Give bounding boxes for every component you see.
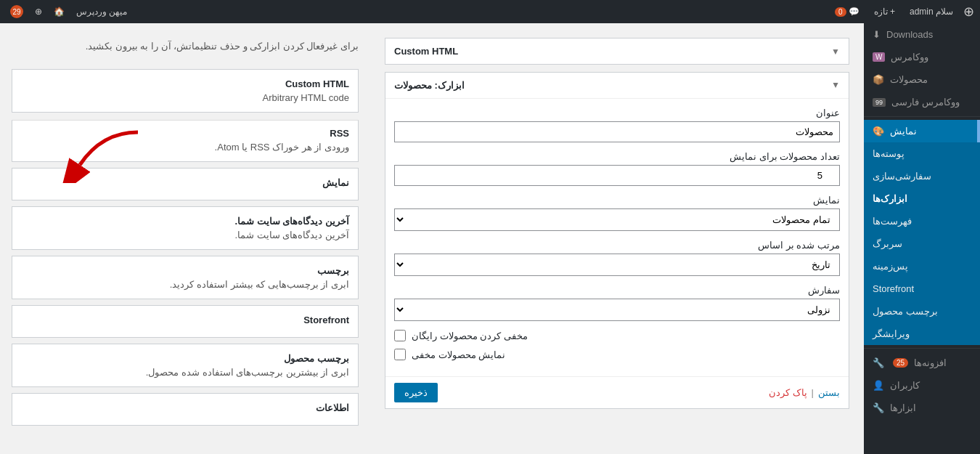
custom-html-collapse-arrow: ▼	[831, 46, 840, 57]
comments-button[interactable]: 💬 0	[830, 7, 864, 17]
customize-label: سفارشی‌سازی	[873, 171, 931, 182]
woo-fa-label: ووکامرس فارسی	[891, 97, 960, 108]
count-form-group: تعداد محصولات برای نمایش	[394, 151, 840, 186]
site-name[interactable]: سلام admin	[905, 7, 957, 17]
product-tag-desc: ابری از بیشترین برچسب‌های استفاده شده مح…	[21, 367, 349, 378]
users-label: کاربران	[890, 380, 920, 391]
sidebar-item-woocommerce[interactable]: ووکامرس W	[864, 46, 980, 68]
show-hidden-checkbox[interactable]	[394, 349, 406, 360]
order-select[interactable]: نزولی صعودی	[394, 299, 840, 321]
plugins-label: افزونه‌ها	[914, 357, 947, 368]
sidebar-item-appearance[interactable]: نمایش 🎨	[864, 120, 980, 142]
show-label: نمایش	[394, 195, 840, 206]
custom-html-header[interactable]: ▼ Custom HTML	[385, 38, 849, 64]
home-icon[interactable]: 🏠	[49, 7, 69, 17]
main-area: ▼ Custom HTML ▲ ابزارک: محصولات عنوان	[0, 23, 864, 454]
admin-bar-right: میهن وردپرس 🏠 ⊕ 29	[6, 5, 131, 18]
users-icon: 👤	[873, 380, 884, 391]
wp-logo-icon[interactable]: ⊕	[963, 4, 974, 20]
widget-edit-panel: ▼ Custom HTML ▲ ابزارک: محصولات عنوان	[370, 23, 864, 454]
appearance-label: نمایش	[890, 126, 917, 137]
plugins-icon: 🔧	[873, 357, 884, 368]
user-profile[interactable]: میهن وردپرس	[72, 7, 131, 17]
storefront-info-label: Storefront	[21, 315, 349, 325]
storefront-info: Storefront	[12, 305, 359, 338]
separator: |	[812, 387, 814, 398]
sidebar-item-tools[interactable]: ابزارها 🔧	[864, 397, 980, 419]
sidebar-item-users[interactable]: کاربران 👤	[864, 374, 980, 397]
right-info-panel: برای غیرفعال کردن ابزارکی و حذف تنظیماتش…	[0, 23, 370, 454]
sortby-select[interactable]: تاریخ قیمت امتیاز محبوبیت	[394, 254, 840, 276]
title-input[interactable]	[394, 121, 840, 142]
header-label: سربرگ	[873, 238, 902, 249]
products-widget-footer: بستن | پاک کردن ذخیره	[385, 376, 849, 408]
background-label: پس‌زمینه	[873, 261, 908, 272]
tag-cloud-label: برچسب	[21, 265, 349, 276]
downloads-label: Downloads	[886, 29, 933, 40]
delete-link[interactable]: پاک کردن	[769, 387, 807, 398]
title-label: عنوان	[394, 108, 840, 118]
woocommerce-label: ووکامرس	[891, 52, 928, 62]
sidebar-item-downloads[interactable]: Downloads ⬇	[864, 23, 980, 46]
show-hidden-group: نمایش محصولات مخفی	[394, 349, 840, 360]
custom-html-widget: ▼ Custom HTML	[385, 38, 849, 65]
order-form-group: سفارش نزولی صعودی	[394, 285, 840, 321]
save-button[interactable]: ذخیره	[394, 383, 438, 402]
sidebar-item-plugins[interactable]: افزونه‌ها 25 🔧	[864, 352, 980, 374]
show-hidden-label: نمایش محصولات مخفی	[412, 349, 505, 360]
appearance-icon: 🎨	[873, 126, 884, 137]
sortby-form-group: مرتب شده بر اساس تاریخ قیمت امتیاز محبوب…	[394, 240, 840, 276]
menus-label: فهرست‌ها	[873, 216, 912, 227]
hide-free-checkbox[interactable]	[394, 330, 406, 341]
tools-icon: 🔧	[873, 402, 884, 413]
sidebar: Downloads ⬇ ووکامرس W محصولات 📦 ووکامرس …	[864, 23, 980, 454]
sidebar-item-woo-fa[interactable]: ووکامرس فارسی 99	[864, 91, 980, 113]
page-wrapper: Downloads ⬇ ووکامرس W محصولات 📦 ووکامرس …	[0, 23, 980, 454]
woo-fa-icon: 99	[873, 98, 886, 107]
sidebar-item-background[interactable]: پس‌زمینه	[864, 255, 980, 277]
custom-html-info-desc: Arbitrary HTML code	[21, 92, 349, 103]
products-widget-header[interactable]: ▲ ابزارک: محصولات	[385, 73, 849, 99]
close-link[interactable]: بستن	[818, 387, 840, 398]
sidebar-item-editor[interactable]: ویرایشگر	[864, 323, 980, 345]
comments-count: 0	[835, 7, 846, 17]
sidebar-item-customize[interactable]: سفارشی‌سازی	[864, 165, 980, 187]
sidebar-item-tools-header[interactable]: ابزارک‌ها	[864, 187, 980, 210]
order-label: سفارش	[394, 285, 840, 296]
updates-button[interactable]: 29	[6, 5, 28, 18]
tag-cloud-info: برچسب ابری از برچسب‌هایی که بیشتر استفاد…	[12, 256, 359, 299]
products-icon: 📦	[873, 74, 884, 85]
hide-free-label: مخفی کردن محصولات رایگان	[412, 331, 528, 341]
show-form-group: نمایش تمام محصولات محصولات ویژه محصولات …	[394, 195, 840, 231]
admin-bar: ⊕ سلام admin + تازه 💬 0 میهن وردپرس 🏠 ⊕ …	[0, 0, 980, 23]
count-input[interactable]	[394, 165, 840, 186]
sidebar-item-storefront[interactable]: Storefront	[864, 277, 980, 300]
posts-label: پوسته‌ها	[873, 148, 905, 159]
tools-header-label: ابزارک‌ها	[873, 193, 907, 204]
recent-comments-desc: آخرین دیدگاه‌های سایت شما.	[21, 230, 349, 240]
custom-html-info-title: Custom HTML	[21, 78, 349, 89]
widget-panel-inner: ▼ Custom HTML ▲ ابزارک: محصولات عنوان	[370, 23, 864, 431]
new-content-button[interactable]: + تازه	[870, 7, 899, 17]
sidebar-item-menus[interactable]: فهرست‌ها	[864, 210, 980, 232]
wp-icon[interactable]: ⊕	[30, 7, 46, 17]
sidebar-item-posts[interactable]: پوسته‌ها	[864, 142, 980, 165]
extra-label: اطلاعات	[21, 402, 349, 413]
show-select[interactable]: تمام محصولات محصولات ویژه محصولات تخفیف‌…	[394, 208, 840, 231]
sidebar-item-header[interactable]: سربرگ	[864, 232, 980, 255]
hide-free-group: مخفی کردن محصولات رایگان	[394, 330, 840, 341]
recent-comments-label: آخرین دیدگاه‌های سایت شما.	[21, 216, 349, 227]
sortby-label: مرتب شده بر اساس	[394, 240, 840, 251]
sidebar-item-products[interactable]: محصولات 📦	[864, 68, 980, 91]
count-label: تعداد محصولات برای نمایش	[394, 151, 840, 162]
title-form-group: عنوان	[394, 108, 840, 142]
products-label: محصولات	[890, 74, 928, 85]
tools-label: ابزارها	[890, 402, 916, 413]
tag-product-label: برچسب محصول	[873, 306, 938, 317]
red-arrow	[58, 125, 145, 183]
products-collapse-arrow: ▲	[831, 81, 840, 91]
sidebar-item-tag-product[interactable]: برچسب محصول	[864, 300, 980, 323]
updates-count: 29	[10, 5, 23, 18]
products-widget-body: عنوان تعداد محصولات برای نمایش نمایش	[385, 99, 849, 376]
storefront-label: Storefront	[873, 283, 914, 294]
